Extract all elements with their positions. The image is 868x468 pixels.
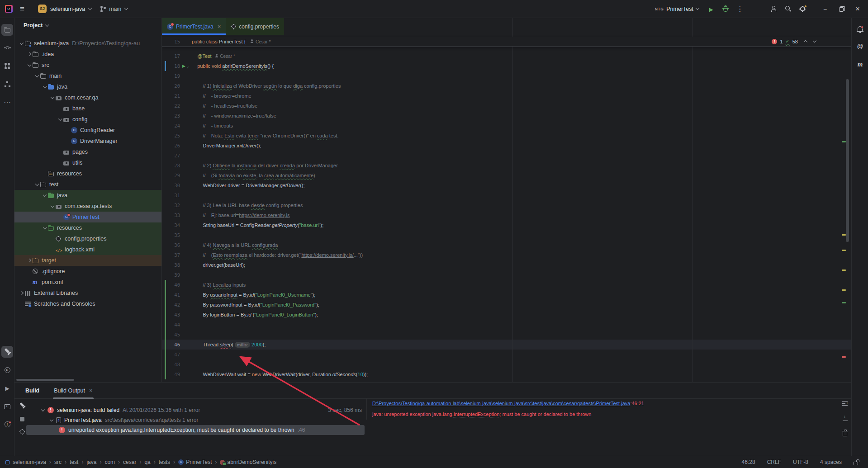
tree-item-main[interactable]: main xyxy=(14,71,161,81)
tree-item-pages[interactable]: pages xyxy=(14,147,161,157)
breadcrumb-item-cesar[interactable]: cesar xyxy=(123,459,136,465)
code-line-18[interactable]: 18 public void abrirDemoSerenityis() { xyxy=(162,61,851,71)
window-restore-button[interactable] xyxy=(834,1,849,17)
stop-icon[interactable] xyxy=(20,417,24,421)
chevron-down-icon[interactable] xyxy=(43,193,46,196)
stripe-mark-green[interactable] xyxy=(842,141,846,142)
chevron-right-icon[interactable] xyxy=(27,259,31,262)
code-line-49[interactable]: 49 WebDriverWait wait = new WebDriverWai… xyxy=(162,369,851,379)
status-line-ending[interactable]: CRLF xyxy=(767,459,781,465)
tree-item-config-properties[interactable]: config.properties xyxy=(14,233,161,244)
previous-problem-chevron-icon[interactable] xyxy=(804,40,807,44)
code-line-34[interactable]: 34 String baseUrl = ConfigReader.getProp… xyxy=(162,220,851,230)
terminal-tool-icon[interactable] xyxy=(1,400,13,412)
file-link[interactable]: D:\Proyectos\Testing\qa-automation-lab\s… xyxy=(372,401,630,406)
debug-button[interactable] xyxy=(719,2,732,16)
tree-item-scratches-and-consoles[interactable]: Scratches and Consoles xyxy=(14,298,161,309)
build-output-tab[interactable]: Build Output xyxy=(49,383,97,399)
pull-requests-tool-icon[interactable] xyxy=(1,60,13,72)
code-line-27[interactable]: 27 xyxy=(162,151,851,161)
code-line-47[interactable]: 47 xyxy=(162,350,851,359)
chevron-down-icon[interactable] xyxy=(35,73,38,77)
code-line-48[interactable]: 48 xyxy=(162,359,851,369)
structure-tool-icon[interactable] xyxy=(1,78,13,90)
main-menu-button[interactable] xyxy=(15,2,29,16)
build-row-1[interactable]: PrimerTest.java src\test\java\com\cesar\… xyxy=(26,415,365,425)
tree-item-resources[interactable]: resources xyxy=(14,222,161,233)
vcs-branch-widget[interactable]: main xyxy=(96,2,132,16)
tree-item-test[interactable]: test xyxy=(14,179,161,190)
tree-item-resources[interactable]: resources xyxy=(14,168,161,179)
ai-assistant-icon[interactable] xyxy=(854,40,867,52)
chevron-right-icon[interactable] xyxy=(19,291,23,295)
tree-item-com-cesar-qa[interactable]: com.cesar.qa xyxy=(14,92,161,103)
tree-item-base[interactable]: base xyxy=(14,103,161,114)
build-settings-gear-icon[interactable] xyxy=(19,429,25,435)
run-configuration-widget[interactable]: NTG PrimerTest xyxy=(650,2,703,16)
tree-item-config[interactable]: config xyxy=(14,114,161,125)
code-line-23[interactable]: 23 // - window.maximize=true/false xyxy=(162,111,851,121)
stripe-mark-warning[interactable] xyxy=(842,269,846,271)
more-actions-button[interactable] xyxy=(733,2,747,16)
run-tool-icon[interactable] xyxy=(1,382,13,394)
tree-item--gitignore[interactable]: .gitignore xyxy=(14,266,161,277)
breadcrumb-item-test[interactable]: test xyxy=(70,459,78,465)
readonly-lock-icon[interactable] xyxy=(854,462,858,465)
chevron-down-icon[interactable] xyxy=(35,182,38,185)
scroll-to-end-icon[interactable] xyxy=(843,415,848,421)
breadcrumb-item-selenium-java[interactable]: selenium-java xyxy=(13,459,46,465)
code-line-33[interactable]: 33 // Ej: base.url=https://demo.serenity… xyxy=(162,210,851,220)
code-viewport[interactable]: 17 @Test Cesar *18 public void abrirDemo… xyxy=(162,51,851,379)
more-tools-icon[interactable] xyxy=(1,96,13,108)
status-indent-setting[interactable]: 4 spaces xyxy=(820,459,842,465)
breadcrumb-item-abrirdemoserenityis[interactable]: abrirDemoSerenityis xyxy=(220,459,276,465)
code-line-22[interactable]: 22 // - headless=true/false xyxy=(162,101,851,111)
tree-item-drivermanager[interactable]: DriverManager xyxy=(14,136,161,147)
chevron-down-icon[interactable] xyxy=(27,62,31,66)
code-line-26[interactable]: 26 DriverManager.initDriver(); xyxy=(162,141,851,151)
code-with-me-button[interactable] xyxy=(767,2,780,16)
project-panel-header[interactable]: Project xyxy=(14,18,161,33)
code-line-19[interactable]: 19 xyxy=(162,71,851,81)
inspections-widget[interactable]: 1 ✓ 58 xyxy=(772,38,816,44)
tree-item-utils[interactable]: utils xyxy=(14,157,161,168)
chevron-down-icon[interactable] xyxy=(19,41,23,44)
code-line-30[interactable]: 30 WebDriver driver = DriverManager.getD… xyxy=(162,180,851,190)
breadcrumb-item-com[interactable]: com xyxy=(104,459,115,465)
tree-item-selenium-java[interactable]: selenium-javaD:\Proyectos\Testing\qa-au xyxy=(14,38,161,49)
code-line-21[interactable]: 21 // - browser=chrome xyxy=(162,91,851,101)
build-row-0[interactable]: selenium-java: build failed At 20/01/202… xyxy=(26,405,365,415)
code-line-39[interactable]: 39 xyxy=(162,270,851,280)
tab-config-properties[interactable]: config.properties xyxy=(226,18,284,35)
chevron-right-icon[interactable] xyxy=(27,52,31,56)
tree-item-pom-xml[interactable]: pom.xml xyxy=(14,277,161,288)
tree-item--idea[interactable]: .idea xyxy=(14,49,161,60)
code-line-42[interactable]: 42 By passwordInput = By.id("LoginPanel0… xyxy=(162,300,851,310)
tree-item-java[interactable]: java xyxy=(14,190,161,201)
window-close-button[interactable] xyxy=(850,1,865,17)
tree-item-primertest[interactable]: PrimerTest xyxy=(14,212,161,222)
code-line-40[interactable]: 40 // 3) Localiza inputs xyxy=(162,280,851,290)
breadcrumb-item-src[interactable]: src xyxy=(54,459,62,465)
code-line-32[interactable]: 32 // 3) Lee la URL base desde config.pr… xyxy=(162,200,851,210)
tree-item-java[interactable]: java xyxy=(14,81,161,92)
code-line-20[interactable]: 20 // 1) Inicializa el WebDriver según l… xyxy=(162,81,851,91)
notifications-icon[interactable] xyxy=(854,22,867,34)
search-everywhere-button[interactable] xyxy=(781,2,795,16)
chevron-down-icon[interactable] xyxy=(50,417,53,421)
stripe-mark-error[interactable] xyxy=(842,356,846,358)
code-line-36[interactable]: 36 // 4) Navega a la URL configurada xyxy=(162,240,851,250)
code-line-45[interactable]: 45 xyxy=(162,330,851,340)
project-widget[interactable]: SJ selenium-java xyxy=(35,2,96,16)
tree-horizontal-scrollbar[interactable] xyxy=(16,379,74,381)
clear-all-icon[interactable] xyxy=(843,432,847,436)
code-line-28[interactable]: 28 // 2) Obtiene la instancia del driver… xyxy=(162,161,851,170)
tree-item-external-libraries[interactable]: External Libraries xyxy=(14,288,161,298)
commit-tool-icon[interactable] xyxy=(1,42,13,54)
sticky-line[interactable]: 15public class PrimerTest { Cesar * xyxy=(162,37,851,47)
code-line-43[interactable]: 43 By loginButton = By.id ("LoginPanel0_… xyxy=(162,310,851,320)
run-button[interactable] xyxy=(704,2,718,16)
rebuild-icon[interactable] xyxy=(19,403,25,409)
code-line-44[interactable]: 44 xyxy=(162,320,851,330)
breadcrumb-item-primertest[interactable]: PrimerTest xyxy=(178,459,212,465)
